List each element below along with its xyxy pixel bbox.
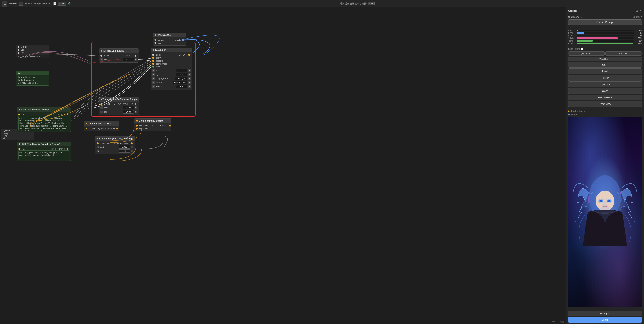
model-node: MODEL CLIP VAE sd3_medium.safetensors ▶	[16, 45, 50, 58]
view-history-button[interactable]: View History	[568, 57, 642, 61]
shift-value: 3.00	[122, 58, 134, 61]
clip-neg-header: CLIP Text Encode (Negative Prompt)	[17, 142, 70, 146]
canvas-area[interactable]: MODEL CLIP VAE sd3_medium.safetensors ▶ …	[0, 8, 644, 324]
model-sampling-header: ModelSamplingSD3	[99, 49, 139, 53]
cs2-start-dec[interactable]: ◀	[97, 146, 99, 148]
settings-icon-btn[interactable]: ⚙	[636, 9, 638, 13]
close-icon-btn[interactable]: ✕	[639, 9, 642, 13]
cond-combine-title: Conditioning (Combine)	[139, 120, 164, 122]
cs2-end-val: 0.100	[119, 149, 130, 153]
clip-pos-text[interactable]: a female character with long, flowing ha…	[18, 116, 69, 131]
cs2-end-dec[interactable]: ◀	[97, 150, 99, 152]
cc-in-1: conditioning_1	[139, 125, 152, 127]
clip-neg-out: CONDITIONING	[50, 148, 65, 150]
cond-zero-title: ConditioningZeroOut	[88, 122, 111, 125]
latent-arrow2[interactable]: ▶	[6, 135, 8, 137]
cs2-start-inc[interactable]: ▶	[131, 146, 134, 148]
action-buttons-section: Extra options Queue Front View Queue Vie…	[566, 46, 644, 109]
extra-options-checkbox[interactable]	[581, 48, 584, 50]
ram-stat-row: RAM 13%	[568, 32, 642, 34]
play-icon-3[interactable]: ▶	[32, 79, 34, 81]
right-panel: Output ⋮⋮ ⚙ ✕ Queue size: 0 00:00:22 Que…	[566, 8, 644, 324]
denoise-inc[interactable]: ▶	[188, 85, 191, 88]
save-button[interactable]: Save	[568, 62, 642, 68]
bottom-section: Manager Share	[566, 309, 644, 324]
play-icon-2[interactable]: ▶	[33, 76, 35, 78]
queue-size-row: Queue size: 0 00:00:22	[568, 16, 642, 18]
menu-icon[interactable]: ☰	[2, 1, 8, 7]
load-default-button[interactable]: Load Default	[568, 95, 642, 100]
panel-controls: ⋮⋮ ⚙ ✕	[628, 9, 642, 13]
steps-inc[interactable]: ▶	[188, 69, 191, 72]
svg-point-12	[592, 185, 593, 185]
sched-inc[interactable]: ▶	[188, 81, 191, 84]
share-button[interactable]: Share	[568, 317, 642, 322]
temp-bar-bg	[577, 40, 634, 42]
ksampler-title: KSampler	[155, 49, 166, 51]
file-menu-button[interactable]: File ▾	[58, 2, 66, 6]
cs1-end-dec[interactable]: ◀	[100, 111, 103, 113]
clear-button[interactable]: Clear	[568, 88, 642, 94]
ks-in-latent: latent_image	[156, 63, 167, 65]
sampler-dec[interactable]: ◀	[152, 77, 155, 80]
ram-value: 13%	[635, 32, 642, 34]
gpu-label: GPU	[568, 35, 575, 37]
temp-stat-row: Temp 28°	[568, 40, 642, 42]
reset-view-button[interactable]: Reset View	[568, 101, 642, 107]
queue-front-button[interactable]: Queue Front	[568, 52, 605, 56]
hdd-bar	[577, 43, 633, 44]
save-icon: 💾	[53, 2, 56, 5]
clip-neg-text[interactable]: bad quality, poor quality, doll, disfigu…	[18, 150, 69, 160]
shift-inc-btn[interactable]: ▶	[134, 58, 137, 61]
svg-point-6	[598, 199, 604, 203]
cs1-start-inc[interactable]: ▶	[134, 106, 137, 109]
play-icon-4[interactable]: ▶	[37, 82, 38, 84]
sampler-label: sampler_name	[156, 78, 174, 80]
cond-set-2-node: ConditioningSetTimestepRange conditionin…	[95, 136, 135, 154]
clipspace-button[interactable]: Clipspace	[568, 82, 642, 87]
queue-prompt-button[interactable]: Queue Prompt	[568, 19, 642, 25]
shift-dec-btn[interactable]: ◀	[100, 58, 103, 61]
latent-arrow[interactable]: ▶	[7, 133, 9, 135]
cond-set-2-title: ConditioningSetTimestepRange	[99, 137, 133, 140]
temp-bar	[577, 40, 593, 42]
add-tab-button[interactable]: +	[19, 2, 23, 6]
clip-pos-header: CLIP Text Encode (Prompt)	[17, 107, 70, 112]
queue-section: Queue size: 0 00:00:22 Queue Prompt	[566, 14, 644, 28]
preview-image-label: Preview Image	[571, 110, 585, 112]
latent-arrow3[interactable]: ▶	[4, 137, 6, 139]
vae-decode-node: VAE Decode samples IMAGE vae	[153, 33, 186, 46]
models-label: Models	[9, 2, 17, 5]
ram-bar	[577, 32, 584, 34]
cs1-start-dec[interactable]: ◀	[100, 106, 103, 109]
cs2-start-val: 0.000	[119, 145, 130, 149]
view-queue-button[interactable]: View Queue	[606, 52, 642, 56]
queue-size-label: Queue size: 0	[568, 16, 582, 18]
stats-section: CPU 2% RAM 13% GPU 0% VRAM 72%	[566, 28, 644, 46]
clip-pos-out: CONDITIONING	[50, 113, 65, 116]
sampler-inc[interactable]: ▶	[188, 77, 191, 80]
svg-point-1	[596, 191, 614, 211]
steps-dec[interactable]: ◀	[152, 69, 155, 72]
cfg-inc[interactable]: ▶	[188, 73, 191, 76]
hdd-label: HDD	[568, 42, 575, 45]
play-icon[interactable]: ▶	[39, 56, 40, 58]
svg-point-3	[606, 199, 611, 202]
panel-header: Output ⋮⋮ ⚙ ✕	[566, 8, 644, 14]
denoise-dec[interactable]: ◀	[152, 85, 155, 88]
grid-icon-btn[interactable]: ⋮⋮	[628, 9, 634, 13]
manager-button[interactable]: Manager	[568, 310, 642, 316]
svg-point-11	[634, 221, 635, 222]
cs2-end-inc[interactable]: ▶	[131, 150, 134, 152]
temp-label: Temp	[568, 40, 575, 42]
clip-pos-title: CLIP Text Encode (Prompt)	[22, 108, 50, 111]
cond-zero-node: ConditioningZeroOut conditioning CONDITI…	[84, 121, 119, 131]
fullscreen-notice: 若要退出全屏模式，请按 esc	[72, 2, 642, 6]
clip-node-header: CLIP	[16, 71, 49, 75]
cs1-end-inc[interactable]: ▶	[134, 111, 137, 113]
sched-dec[interactable]: ◀	[152, 81, 155, 84]
cfg-dec[interactable]: ◀	[152, 73, 155, 76]
load-button[interactable]: Load	[568, 68, 642, 74]
refresh-button[interactable]: Refresh	[568, 75, 642, 81]
ks-in-pos: positive	[156, 57, 162, 59]
